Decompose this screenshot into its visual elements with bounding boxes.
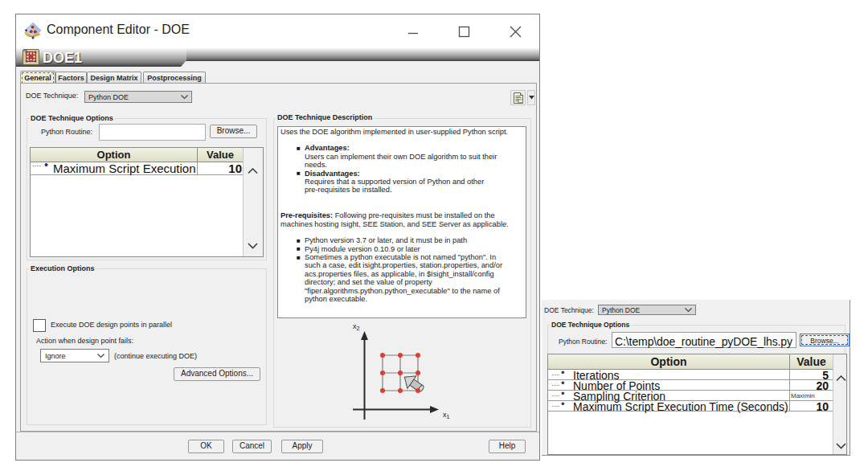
svg-text:x2: x2 xyxy=(353,322,360,331)
svg-text:x1: x1 xyxy=(443,411,450,420)
